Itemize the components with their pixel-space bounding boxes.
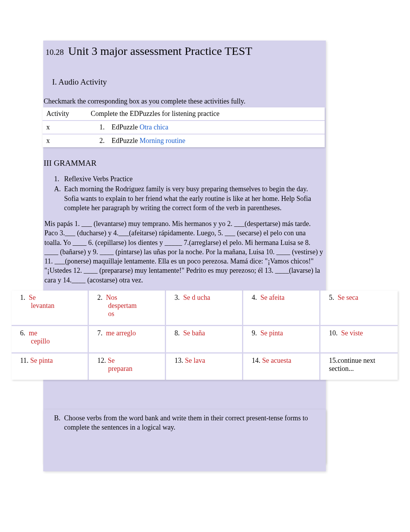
- answer-num: 8.: [175, 329, 180, 337]
- answer-text: me arreglo: [106, 329, 136, 337]
- answer-cell: 9. Se pinta: [243, 325, 320, 352]
- activity-checkmark: x: [42, 134, 87, 147]
- item-num: 1.: [54, 174, 64, 184]
- answer-cell: 4. Se afeita: [243, 291, 320, 325]
- answer-cell: 15.continue next section...: [320, 352, 398, 380]
- activity-row: x 1. EdPuzzle Otra chica: [42, 120, 325, 134]
- answer-num: 7.: [97, 329, 103, 337]
- answer-text: Nos: [106, 294, 117, 301]
- answer-text: me: [29, 329, 37, 337]
- activity-table-header: Activity Complete the EDPuzzles for list…: [42, 107, 325, 120]
- answer-num: 3.: [175, 294, 180, 301]
- answer-cell: 1. Selevantan: [12, 291, 89, 325]
- answer-text: Se baña: [183, 329, 205, 337]
- answer-cell: 10. Se viste: [320, 325, 398, 352]
- answer-num: 14.: [252, 357, 261, 364]
- answer-cell: 3. Se d ucha: [166, 291, 243, 325]
- answers-row: 11. Se pinta 12. Sepreparan 13. Se lava …: [12, 352, 398, 380]
- grammar-item-b: B.Choose verbs from the word bank and wr…: [54, 413, 320, 432]
- item-text-cont: Sofia wants to explain to her friend wha…: [54, 194, 320, 203]
- answer-text: Se afeita: [261, 294, 285, 301]
- answer-num: 11.: [20, 357, 29, 364]
- answer-num: 2.: [97, 294, 103, 301]
- grammar-list: 1.Reflexive Verbs Practice A.Each mornin…: [54, 174, 320, 213]
- activity-checkmark: x: [42, 120, 87, 134]
- item-num: A.: [54, 184, 64, 194]
- item-text-start: Each morning the Rodriguez family is ver…: [64, 185, 308, 193]
- answer-num: 5.: [329, 294, 334, 301]
- answer-text-wrap: preparan: [108, 365, 161, 373]
- item-b-text-start: Choose verbs from the word bank and writ…: [64, 414, 308, 422]
- answer-num: 4.: [252, 294, 257, 301]
- activity-row: x 2. EdPuzzle Morning routine: [42, 134, 325, 147]
- title-date: 10.28: [46, 48, 64, 57]
- answer-text: Se lava: [185, 357, 205, 364]
- activity-table: Activity Complete the EDPuzzles for list…: [42, 107, 325, 147]
- item-num: B.: [54, 413, 64, 423]
- title-text: Unit 3 major assessment Practice TEST: [68, 44, 252, 57]
- activity-num: 1.: [100, 123, 105, 131]
- item-text-cont2: complete her paragraph by writing the co…: [54, 203, 320, 212]
- edpuzzle-link-otra-chica[interactable]: Otra chica: [139, 123, 168, 131]
- activity-num: 2.: [100, 137, 105, 144]
- audio-instruction: Checkmark the corresponding box as you c…: [44, 97, 246, 105]
- answer-text: Se: [108, 357, 115, 364]
- answer-text: Se pinta: [30, 357, 53, 364]
- answer-text: Se: [29, 294, 36, 301]
- answer-cell: 13. Se lava: [166, 352, 243, 380]
- page-title: 10.28 Unit 3 major assessment Practice T…: [46, 44, 252, 58]
- answer-text: Se acuesta: [262, 357, 291, 364]
- activity-prefix: EdPuzzle: [112, 137, 139, 144]
- answer-cell: 7. me arreglo: [89, 325, 166, 352]
- section-audio-heading: I. Audio Activity: [52, 77, 107, 87]
- answer-cell: 2. Nosdespertamos: [89, 291, 166, 325]
- answer-num: 6.: [20, 329, 25, 337]
- answers-row: 1. Selevantan 2. Nosdespertamos 3. Se d …: [12, 291, 398, 325]
- answer-cell: 5. Se seca: [320, 291, 398, 325]
- item-text: Reflexive Verbs Practice: [64, 175, 133, 183]
- answers-table: 1. Selevantan 2. Nosdespertamos 3. Se d …: [12, 291, 398, 380]
- item-b-text-cont: complete the sentences in a logical way.: [54, 423, 320, 432]
- answer-text-wrap: cepillo: [31, 337, 84, 345]
- answer-num: 13.: [175, 357, 183, 364]
- activity-cell: 1. EdPuzzle Otra chica: [87, 120, 325, 134]
- answer-num: 1.: [20, 294, 25, 301]
- answer-text-wrap: levantan: [31, 302, 84, 310]
- activity-header-col2: Complete the EDPuzzles for listening pra…: [87, 107, 325, 120]
- answer-cell: 12. Sepreparan: [89, 352, 166, 380]
- answer-num: 9.: [252, 329, 257, 337]
- edpuzzle-link-morning-routine[interactable]: Morning routine: [139, 137, 185, 144]
- answer-cell: 11. Se pinta: [12, 352, 89, 380]
- activity-prefix: EdPuzzle: [112, 123, 139, 131]
- answer-num: 10.: [329, 329, 338, 337]
- answer-text: Se seca: [338, 294, 358, 301]
- answer-text: Se viste: [341, 329, 363, 337]
- answer-text: Se pinta: [261, 329, 283, 337]
- answer-text-wrap2: os: [108, 310, 161, 318]
- answer-cell: 8. Se baña: [166, 325, 243, 352]
- activity-cell: 2. EdPuzzle Morning routine: [87, 134, 325, 147]
- answer-cell: 6. mecepillo: [12, 325, 89, 352]
- answer-text: Se d ucha: [183, 294, 210, 301]
- fill-in-paragraph: Mis papás 1. ___ (levantarse) muy tempra…: [44, 219, 324, 285]
- answer-cell: 14. Se acuesta: [243, 352, 320, 380]
- answer-num: 12.: [97, 357, 106, 364]
- grammar-item-1: 1.Reflexive Verbs Practice: [54, 174, 320, 184]
- answer-text-wrap: despertam: [108, 302, 161, 310]
- activity-header-col1: Activity: [42, 107, 87, 120]
- answers-row: 6. mecepillo 7. me arreglo 8. Se baña 9.…: [12, 325, 398, 352]
- answer-num: 15.: [329, 357, 338, 364]
- grammar-heading: III GRAMMAR: [44, 158, 97, 168]
- grammar-item-a: A.Each morning the Rodriguez family is v…: [54, 184, 320, 212]
